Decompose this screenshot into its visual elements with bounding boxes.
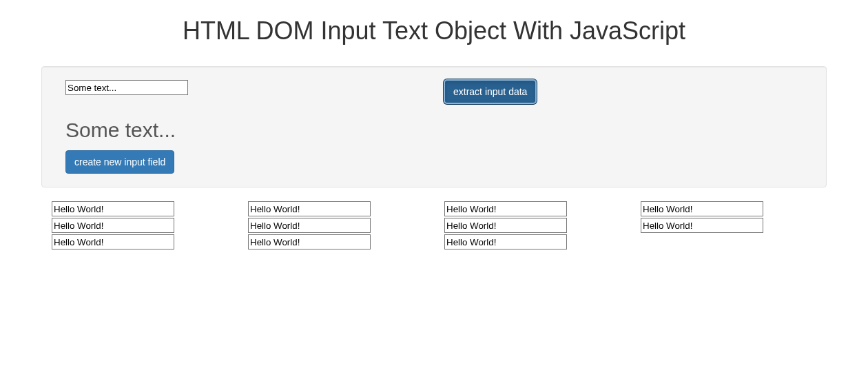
input-column bbox=[238, 201, 434, 251]
input-column bbox=[630, 201, 827, 251]
generated-input[interactable] bbox=[248, 201, 371, 216]
generated-input[interactable] bbox=[641, 218, 763, 233]
extracted-output: Some text... bbox=[65, 119, 803, 142]
create-input-button[interactable]: create new input field bbox=[65, 150, 174, 174]
generated-input[interactable] bbox=[52, 234, 174, 249]
input-column bbox=[41, 201, 238, 251]
generated-input[interactable] bbox=[641, 201, 763, 216]
page-title: HTML DOM Input Text Object With JavaScri… bbox=[41, 17, 827, 45]
generated-input[interactable] bbox=[52, 218, 174, 233]
generated-input[interactable] bbox=[444, 218, 567, 233]
main-text-input[interactable] bbox=[65, 80, 188, 95]
generated-input[interactable] bbox=[248, 218, 371, 233]
input-column bbox=[434, 201, 630, 251]
demo-panel: extract input data Some text... create n… bbox=[41, 66, 827, 187]
generated-input[interactable] bbox=[444, 234, 567, 249]
generated-input[interactable] bbox=[444, 201, 567, 216]
extract-input-button[interactable]: extract input data bbox=[444, 80, 536, 103]
generated-input[interactable] bbox=[248, 234, 371, 249]
generated-input[interactable] bbox=[52, 201, 174, 216]
generated-inputs-container bbox=[41, 201, 827, 251]
